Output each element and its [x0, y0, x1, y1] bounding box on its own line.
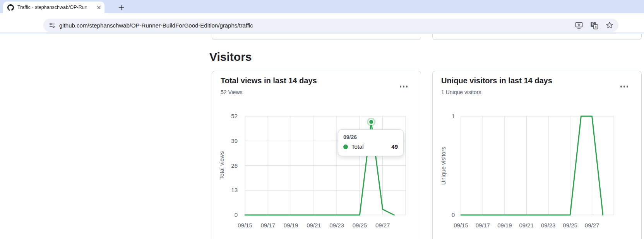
svg-text:09/15: 09/15 — [454, 222, 468, 229]
svg-text:09/19: 09/19 — [284, 222, 298, 229]
github-traffic-page: Visitors Total views in last 14 days 52 … — [0, 34, 644, 239]
plus-icon — [118, 5, 124, 10]
svg-text:39: 39 — [231, 138, 238, 144]
svg-text:09/17: 09/17 — [476, 222, 490, 229]
page-title: Visitors — [209, 50, 252, 64]
y-axis-title: Total views — [218, 151, 225, 179]
google-translate-icon[interactable]: G — [590, 21, 599, 30]
chart-tooltip: 09/26 Total 49 — [338, 129, 404, 156]
svg-text:09/21: 09/21 — [307, 222, 321, 229]
axis-tick-labels: 0109/1509/1709/1909/2109/2309/2509/27 — [452, 113, 599, 229]
browser-toolbar: 7 github.com/stephanschwab/OP-Runner-Bui… — [0, 13, 644, 32]
gridlines — [461, 116, 614, 215]
svg-text:09/23: 09/23 — [329, 222, 344, 229]
url-omnibox[interactable]: github.com/stephanschwab/OP-Runner-Build… — [43, 19, 618, 32]
svg-text:09/17: 09/17 — [261, 222, 276, 229]
tooltip-series-dot — [343, 144, 348, 149]
github-favicon-icon — [7, 4, 14, 11]
svg-text:09/27: 09/27 — [375, 222, 390, 229]
card-subtitle: 52 Views — [221, 89, 243, 95]
svg-text:52: 52 — [231, 113, 238, 119]
partial-card-above-right — [432, 34, 642, 40]
kebab-menu-icon[interactable] — [398, 84, 409, 89]
data-line — [461, 116, 603, 215]
install-app-icon[interactable] — [575, 21, 583, 29]
card-title: Total views in last 14 days — [221, 76, 317, 85]
browser-tab[interactable]: Traffic · stephanschwab/OP-Run — [3, 2, 104, 13]
highlight-point — [369, 120, 373, 124]
card-subtitle: 1 Unique visitors — [441, 89, 481, 95]
partial-card-above-left — [212, 34, 421, 40]
svg-text:09/19: 09/19 — [497, 222, 512, 229]
y-axis-title: Unique visitors — [440, 147, 447, 185]
svg-text:26: 26 — [231, 162, 238, 169]
svg-text:09/25: 09/25 — [353, 222, 367, 229]
svg-text:0: 0 — [452, 211, 455, 218]
svg-text:09/23: 09/23 — [541, 222, 556, 229]
tab-title: Traffic · stephanschwab/OP-Run — [17, 5, 95, 10]
url-text: github.com/stephanschwab/OP-Runner-Build… — [59, 22, 575, 29]
kebab-menu-icon[interactable] — [619, 84, 630, 89]
svg-text:09/25: 09/25 — [563, 222, 577, 229]
svg-text:1: 1 — [452, 113, 455, 119]
card-title: Unique visitors in last 14 days — [441, 76, 552, 85]
tooltip-date: 09/26 — [343, 134, 398, 140]
tooltip-value: 49 — [391, 143, 398, 150]
svg-text:13: 13 — [231, 187, 238, 193]
tab-close-icon[interactable] — [95, 4, 102, 11]
total-views-chart[interactable]: 01326395209/1509/1709/1909/2109/2309/250… — [212, 105, 421, 233]
svg-text:09/15: 09/15 — [238, 222, 252, 229]
svg-text:09/21: 09/21 — [519, 222, 534, 229]
browser-window: Traffic · stephanschwab/OP-Run 7 — [0, 0, 644, 239]
unique-visitors-card: Unique visitors in last 14 days 1 Unique… — [432, 71, 642, 239]
tab-strip: Traffic · stephanschwab/OP-Run — [0, 0, 644, 13]
tooltip-series-label: Total — [351, 143, 364, 150]
bookmark-star-icon[interactable] — [605, 21, 614, 29]
site-settings-tune-icon[interactable] — [49, 22, 55, 29]
new-tab-button[interactable] — [116, 2, 126, 12]
svg-text:0: 0 — [235, 211, 238, 218]
unique-visitors-chart[interactable]: 0109/1509/1709/1909/2109/2309/2509/27Uni… — [433, 105, 642, 233]
svg-text:09/27: 09/27 — [585, 222, 599, 229]
